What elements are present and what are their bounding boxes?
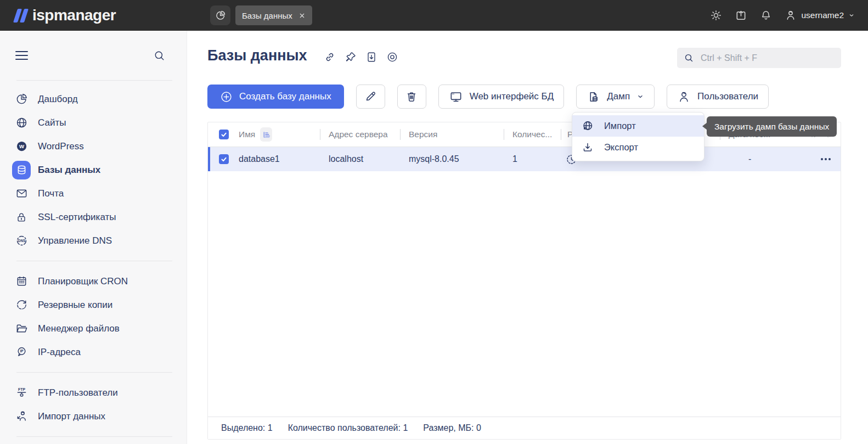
row-actions-button[interactable] <box>821 158 831 160</box>
cell-users-count: 1 <box>504 147 561 171</box>
database-icon <box>12 161 31 179</box>
sidebar-item-import[interactable]: Импорт данных <box>0 404 187 428</box>
divider <box>16 261 172 261</box>
help-icon[interactable] <box>386 51 398 63</box>
theme-toggle-icon[interactable] <box>710 9 722 21</box>
pencil-icon <box>364 90 377 103</box>
sidebar-item-backups[interactable]: Резервные копии <box>0 293 187 317</box>
sidebar-item-sites[interactable]: Сайты <box>0 111 187 134</box>
sidebar-item-label: FTP-пользователи <box>38 387 118 398</box>
sort-icon[interactable] <box>260 127 272 142</box>
edit-button[interactable] <box>356 85 385 109</box>
sidebar-item-dns[interactable]: DNS Управление DNS <box>0 229 187 252</box>
globe-icon <box>12 114 31 132</box>
column-header-name[interactable]: Имя <box>239 122 320 147</box>
menu-toggle-icon[interactable] <box>15 48 28 63</box>
search-input[interactable] <box>700 53 835 64</box>
row-checkbox[interactable] <box>219 154 229 164</box>
web-interface-button[interactable]: Web интерфейс БД <box>438 85 565 109</box>
create-database-button[interactable]: Создать базу данных <box>207 85 344 109</box>
page-search[interactable] <box>677 48 841 68</box>
sidebar-item-ftp[interactable]: FTP FTP-пользователи <box>0 381 187 404</box>
page-title: Базы данных <box>207 47 307 64</box>
db-users-button[interactable]: Пользователи <box>667 85 769 109</box>
notifications-bell-icon[interactable] <box>760 9 772 21</box>
users-count-summary: Количество пользователей: 1 <box>288 423 408 433</box>
table-footer: Выделено: 1 Количество пользователей: 1 … <box>208 417 841 439</box>
pie-chart-icon <box>12 90 31 109</box>
cell-server: localhost <box>320 147 400 171</box>
globe-import-icon <box>581 120 594 133</box>
sidebar-item-label: Дашборд <box>38 94 78 105</box>
folder-icon <box>12 319 31 338</box>
restore-icon <box>12 296 31 314</box>
svg-text:FTP: FTP <box>18 387 25 391</box>
import-user-icon <box>12 407 31 426</box>
select-all-checkbox[interactable] <box>219 130 229 139</box>
dashboard-tab-button[interactable] <box>210 5 230 25</box>
chevron-down-icon <box>848 12 855 19</box>
sidebar-item-label: Резервные копии <box>38 300 112 311</box>
user-name: username2 <box>801 10 844 20</box>
sidebar-item-label: SSL-сертификаты <box>38 212 116 223</box>
dump-button[interactable]: Дамп <box>576 85 655 109</box>
size-summary: Размер, МБ: 0 <box>423 423 481 433</box>
mail-icon <box>12 184 31 203</box>
wordpress-icon: W <box>12 137 31 156</box>
dump-menu-item-import[interactable]: Импорт <box>572 115 704 137</box>
sidebar-item-label: Базы данных <box>38 165 100 176</box>
create-database-label: Создать базу данных <box>239 91 331 102</box>
tooltip: Загрузить дамп базы данных <box>707 116 837 137</box>
db-users-label: Пользователи <box>697 91 758 102</box>
dump-label: Дамп <box>607 91 630 102</box>
column-header-server[interactable]: Адрес сервера <box>320 122 400 147</box>
table-row[interactable]: database1 localhost mysql-8.0.45 1 - <box>208 147 841 171</box>
column-header-count[interactable]: Количес... <box>504 122 561 147</box>
sidebar-item-label: Менеджер файлов <box>38 323 120 334</box>
trash-icon <box>405 90 418 103</box>
pie-chart-icon <box>215 10 226 21</box>
user-icon <box>677 90 691 104</box>
download-file-icon[interactable] <box>365 51 377 63</box>
sidebar-item-label: WordPress <box>38 141 84 152</box>
cell-version: mysql-8.0.45 <box>400 147 504 171</box>
download-tray-icon <box>581 141 594 154</box>
tooltip-text: Загрузить дамп базы данных <box>714 122 829 131</box>
tab-databases[interactable]: Базы данных <box>235 5 312 25</box>
dump-menu-export-label: Экспорт <box>604 142 638 153</box>
sidebar-item-wordpress[interactable]: W WordPress <box>0 134 187 158</box>
sidebar-item-mail[interactable]: Почта <box>0 182 187 205</box>
column-header-version[interactable]: Версия <box>400 122 504 147</box>
link-icon[interactable] <box>324 51 336 63</box>
pin-icon[interactable] <box>345 51 357 63</box>
databases-table: Имя Адрес сервера Версия Количес... Разм… <box>207 122 841 440</box>
lock-icon <box>12 208 31 227</box>
chevron-down-icon <box>636 93 644 100</box>
sidebar-item-label: IP-адреса <box>38 347 81 358</box>
sidebar-item-dashboard[interactable]: Дашборд <box>0 87 187 111</box>
cell-name: database1 <box>239 147 320 171</box>
sidebar-item-label: Сайты <box>38 117 66 128</box>
dump-dropdown-menu: Импорт Экспорт <box>572 112 704 161</box>
sidebar-item-label: Импорт данных <box>38 411 105 422</box>
ispmanager-logo: ispmanager <box>15 7 116 24</box>
upload-icon[interactable] <box>735 9 747 22</box>
sidebar-item-label: Почта <box>38 188 64 199</box>
sidebar-item-cron[interactable]: Планировщик CRON <box>0 269 187 293</box>
sidebar-item-files[interactable]: Менеджер файлов <box>0 317 187 340</box>
dns-icon: DNS <box>12 232 31 250</box>
svg-text:W: W <box>19 143 24 149</box>
delete-button[interactable] <box>397 85 426 109</box>
sidebar-item-ssl[interactable]: SSL-сертификаты <box>0 205 187 229</box>
sidebar-item-label: Управление DNS <box>38 235 112 246</box>
dump-menu-item-export[interactable]: Экспорт <box>572 137 704 158</box>
close-icon[interactable] <box>298 12 306 19</box>
user-menu[interactable]: username2 <box>785 9 855 21</box>
divider <box>16 436 172 437</box>
sidebar-item-ip[interactable]: IP IP-адреса <box>0 340 187 364</box>
sidebar-item-databases[interactable]: Базы данных <box>0 158 187 182</box>
sidebar-search-icon[interactable] <box>153 49 166 62</box>
user-icon <box>785 9 797 21</box>
dump-menu-import-label: Импорт <box>604 121 636 131</box>
monitor-icon <box>449 89 463 104</box>
